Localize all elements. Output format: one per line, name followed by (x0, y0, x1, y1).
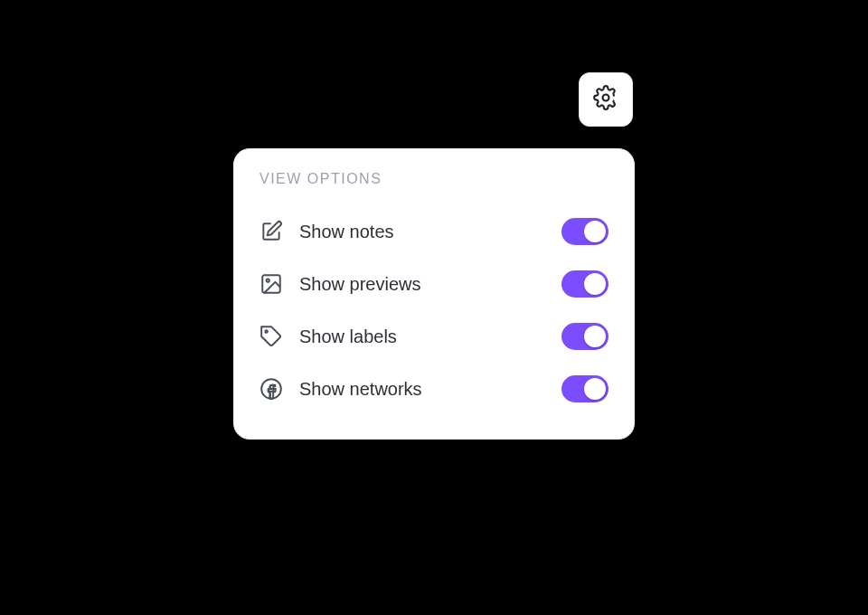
option-label: Show networks (299, 379, 422, 400)
toggle-show-networks[interactable] (561, 375, 609, 402)
option-label: Show labels (299, 326, 397, 347)
option-row-notes: Show notes (259, 205, 609, 258)
option-row-labels: Show labels (259, 310, 609, 363)
svg-point-3 (265, 330, 268, 333)
image-icon (259, 272, 283, 296)
svg-point-2 (267, 279, 269, 282)
view-options-panel: VIEW OPTIONS Show notes (233, 148, 635, 440)
panel-title: VIEW OPTIONS (259, 171, 609, 187)
tag-icon (259, 325, 283, 348)
option-row-networks: Show networks (259, 363, 609, 415)
option-row-previews: Show previews (259, 258, 609, 310)
facebook-icon (259, 377, 283, 401)
toggle-show-notes[interactable] (561, 218, 609, 245)
toggle-show-labels[interactable] (561, 323, 609, 350)
option-label: Show notes (299, 222, 394, 242)
svg-point-0 (603, 95, 609, 101)
option-label: Show previews (299, 274, 421, 295)
settings-button[interactable] (579, 72, 633, 127)
note-icon (259, 220, 283, 243)
toggle-show-previews[interactable] (561, 270, 609, 298)
gear-icon (593, 85, 618, 114)
